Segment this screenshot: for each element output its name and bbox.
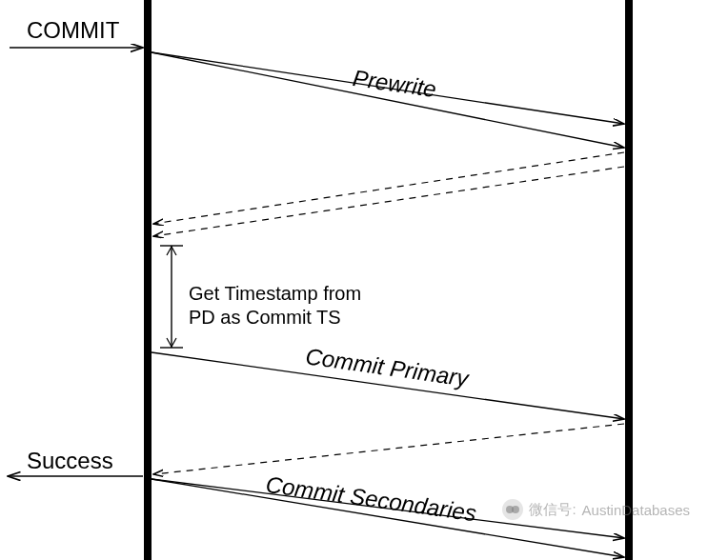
lifeline-left [144, 0, 152, 560]
watermark: 微信号: AustinDatabases [502, 499, 690, 520]
arrow-prewrite-ack-2 [153, 167, 624, 236]
label-success: Success [27, 448, 113, 474]
label-commit: COMMIT [27, 17, 119, 44]
wechat-icon [502, 499, 523, 520]
arrow-commit-primary-ack [153, 424, 624, 474]
watermark-prefix: 微信号: [529, 501, 576, 519]
watermark-handle: AustinDatabases [582, 502, 690, 518]
arrow-prewrite-2 [152, 52, 624, 148]
lifeline-right [625, 0, 633, 560]
label-get-ts: Get Timestamp from PD as Commit TS [189, 282, 361, 330]
arrow-prewrite-ack-1 [153, 152, 624, 224]
